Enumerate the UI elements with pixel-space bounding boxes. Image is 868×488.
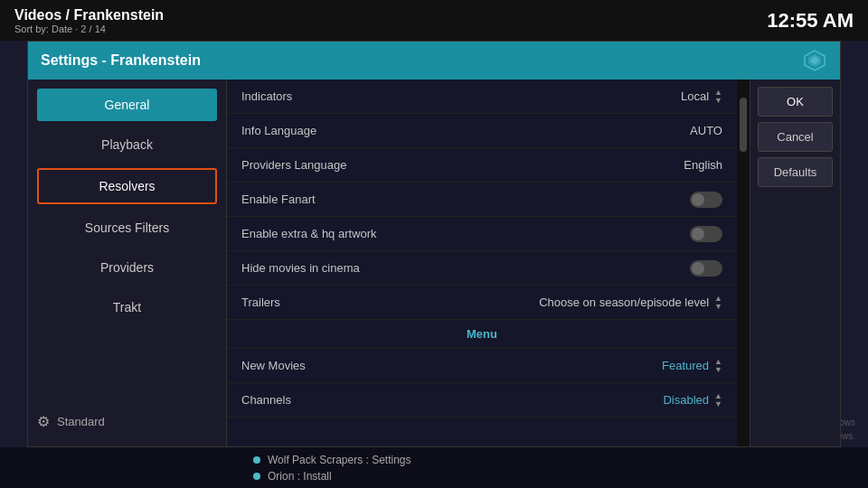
trailers-chevron-down: ▼ [714, 303, 722, 311]
setting-row-enable-fanart[interactable]: Enable Fanart [227, 183, 737, 217]
sidebar-footer-label: Standard [57, 415, 105, 428]
content-inner: Indicators Local ▲ ▼ Info Language AUTO [227, 80, 750, 418]
enable-fanart-label: Enable Fanart [241, 192, 316, 206]
top-bar-left: Videos / Frankenstein Sort by: Date · 2 … [14, 7, 164, 34]
sidebar-item-providers[interactable]: Providers [37, 251, 217, 284]
sidebar-footer: ⚙ Standard [28, 404, 226, 439]
defaults-button[interactable]: Defaults [758, 157, 833, 187]
settings-content: Indicators Local ▲ ▼ Info Language AUTO [227, 80, 750, 446]
settings-header: Settings - Frankenstein [28, 42, 840, 80]
enable-extra-artwork-label: Enable extra & hq artwork [241, 227, 377, 240]
bg-dot-1 [253, 456, 260, 464]
background-content: Wolf Pack Scrapers : Settings Orion : In… [0, 447, 868, 488]
info-language-value: AUTO [690, 124, 722, 137]
enable-fanart-toggle[interactable] [690, 192, 722, 208]
channels-label: Channels [241, 393, 291, 407]
info-language-label: Info Language [241, 124, 316, 137]
kodi-icon [802, 48, 827, 73]
settings-sidebar: General Playback Resolvers Sources Filte… [28, 80, 227, 446]
settings-body: General Playback Resolvers Sources Filte… [28, 80, 840, 446]
sidebar-item-resolvers[interactable]: Resolvers [37, 168, 217, 204]
setting-row-indicators[interactable]: Indicators Local ▲ ▼ [227, 80, 737, 114]
indicators-value: Local ▲ ▼ [681, 89, 722, 105]
sidebar-item-sources-filters[interactable]: Sources Filters [37, 211, 217, 244]
scrollbar-thumb[interactable] [740, 98, 747, 152]
sidebar-item-trakt[interactable]: Trakt [37, 291, 217, 324]
providers-language-value: English [684, 158, 722, 172]
top-bar-time: 12:55 AM [767, 9, 854, 33]
sidebar-item-general[interactable]: General [37, 89, 217, 121]
providers-language-label: Providers Language [241, 158, 346, 172]
gear-icon: ⚙ [37, 413, 50, 430]
setting-row-hide-movies-in-cinema[interactable]: Hide movies in cinema [227, 251, 737, 286]
top-bar-subtitle: Sort by: Date · 2 / 14 [14, 23, 164, 34]
settings-dialog: Settings - Frankenstein General Playback… [27, 41, 841, 447]
settings-actions: OK Cancel Defaults [750, 80, 840, 446]
channels-chevrons: ▲ ▼ [714, 392, 722, 408]
new-movies-label: New Movies [241, 359, 306, 372]
scrollbar-area[interactable] [737, 80, 750, 446]
setting-row-providers-language[interactable]: Providers Language English [227, 148, 737, 183]
new-movies-chevrons: ▲ ▼ [714, 358, 722, 374]
cancel-button[interactable]: Cancel [758, 122, 833, 152]
hide-movies-toggle[interactable] [690, 260, 722, 277]
hide-movies-label: Hide movies in cinema [241, 261, 360, 275]
setting-row-new-movies[interactable]: New Movies Featured ▲ ▼ [227, 349, 737, 383]
new-movies-value: Featured ▲ ▼ [662, 358, 722, 374]
bg-item-2-text: Orion : Install [268, 470, 332, 483]
kodi-logo-svg [803, 49, 826, 72]
channels-value: Disabled ▲ ▼ [663, 392, 722, 408]
trailers-value: Choose on season/episode level ▲ ▼ [539, 295, 722, 311]
setting-row-channels[interactable]: Channels Disabled ▲ ▼ [227, 383, 737, 418]
bg-item-2: Orion : Install [253, 470, 868, 483]
trailers-chevrons: ▲ ▼ [714, 295, 722, 311]
top-bar-title: Videos / Frankenstein [14, 7, 164, 23]
chevron-down-icon: ▼ [714, 97, 722, 105]
bg-item-1-text: Wolf Pack Scrapers : Settings [268, 454, 411, 466]
bg-dot-2 [253, 473, 260, 480]
channels-chevron-down: ▼ [714, 400, 722, 408]
setting-row-enable-extra-artwork[interactable]: Enable extra & hq artwork [227, 217, 737, 251]
menu-section-header: Menu [227, 320, 737, 349]
settings-title: Settings - Frankenstein [41, 52, 201, 69]
ok-button[interactable]: OK [758, 87, 833, 117]
bg-item-1: Wolf Pack Scrapers : Settings [253, 454, 868, 466]
enable-extra-artwork-toggle[interactable] [690, 226, 722, 242]
indicators-label: Indicators [241, 89, 292, 103]
indicators-chevrons: ▲ ▼ [714, 89, 722, 105]
sidebar-item-playback[interactable]: Playback [37, 128, 217, 161]
top-bar: Videos / Frankenstein Sort by: Date · 2 … [0, 0, 868, 41]
trailers-label: Trailers [241, 296, 280, 309]
setting-row-info-language[interactable]: Info Language AUTO [227, 114, 737, 148]
new-movies-chevron-down: ▼ [714, 366, 722, 374]
setting-row-trailers[interactable]: Trailers Choose on season/episode level … [227, 286, 737, 320]
